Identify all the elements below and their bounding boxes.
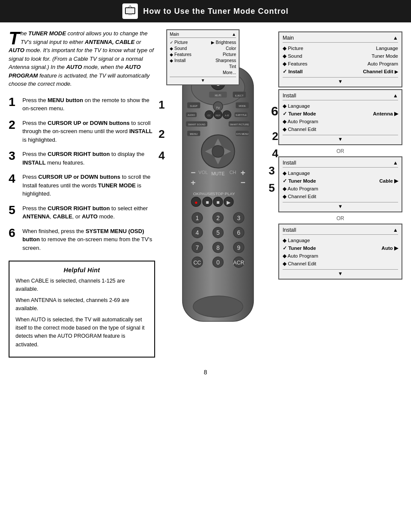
svg-text:6: 6 [237, 230, 240, 236]
step-text-2: Press the CURSOR UP or DOWN buttons to s… [22, 119, 155, 144]
svg-text:■: ■ [206, 199, 209, 205]
svg-point-86 [193, 296, 243, 317]
step-5: 5 Press the CURSOR RIGHT button to selec… [9, 204, 155, 221]
svg-text:−: − [191, 168, 196, 177]
svg-text:2: 2 [216, 215, 220, 221]
svg-text:■: ■ [216, 199, 219, 205]
step-text-6: When finished, press the SYSTEM MENU (OS… [22, 227, 155, 252]
page-header: How to Use the Tuner Mode Control [0, 0, 411, 22]
badge-3: 3 [269, 165, 275, 176]
step-2: 2 Press the CURSOR UP or DOWN buttons to… [9, 119, 155, 144]
svg-text:OK: OK [193, 191, 199, 196]
svg-text:TV: TV [216, 106, 220, 109]
svg-text:SLEEP: SLEEP [190, 105, 198, 107]
menu-screen-install-antenna: Install ▲ ◆ Language ✓ Tuner ModeAntenna… [278, 89, 402, 145]
svg-point-42 [212, 146, 224, 158]
svg-text:●: ● [194, 199, 197, 205]
svg-text:CC: CC [207, 114, 211, 117]
menu-screen-install-auto: Install ▲ ◆ Language ✓ Tuner ModeAuto ▶ … [278, 224, 402, 280]
svg-text:HI-FI: HI-FI [215, 94, 221, 97]
remote-svg: ⏻ HI-FI EJECT SLEEP TV MODE [171, 64, 265, 324]
page-number: 8 [0, 364, 411, 380]
svg-text:SUBTITLE: SUBTITLE [235, 114, 247, 116]
hint-para-3: When AUTO is selected, the TV will autom… [16, 316, 148, 349]
svg-text:AUDIO: AUDIO [187, 114, 195, 116]
step-text-4: Press CURSOR UP or DOWN buttons to scrol… [22, 173, 155, 198]
svg-text:VOL: VOL [199, 170, 208, 175]
step-num-4: 4 [9, 173, 18, 185]
svg-text:3: 3 [237, 215, 240, 221]
hint-title: Helpful Hint [16, 267, 148, 274]
svg-text:PLAY: PLAY [225, 191, 235, 196]
svg-text:SYS MENU: SYS MENU [236, 133, 249, 135]
badge-2b: 2 [272, 131, 278, 142]
svg-text:ACR: ACR [233, 260, 244, 266]
hint-box: Helpful Hint When CABLE is selected, cha… [9, 261, 155, 358]
left-column: T he TUNER MODE control allows you to ch… [9, 29, 155, 358]
main-menu-screen: Main ▲ ✓ Picture▶ Brightness ◆ SoundColo… [166, 29, 240, 85]
svg-text:MUTE: MUTE [211, 171, 224, 176]
svg-rect-0 [125, 8, 135, 14]
step-num-2: 2 [9, 119, 18, 131]
step-text-3: Press the CURSOR RIGHT button to display… [22, 150, 155, 167]
hint-para-2: When ANTENNA is selected, channels 2-69 … [16, 296, 148, 313]
menu-screen-main-install: Main ▲ ◆ PictureLanguage ◆ SoundTuner Mo… [278, 31, 402, 87]
step-num-1: 1 [9, 96, 18, 108]
svg-text:4: 4 [196, 230, 199, 236]
badge-5: 5 [269, 182, 275, 193]
svg-text:5: 5 [216, 230, 220, 236]
svg-text:8: 8 [216, 245, 220, 251]
step-4: 4 Press CURSOR UP or DOWN buttons to scr… [9, 173, 155, 198]
svg-text:REP: REP [215, 114, 221, 117]
steps-list: 1 Press the MENU button on the remote to… [9, 96, 155, 252]
svg-text:7: 7 [196, 245, 199, 251]
step-num-3: 3 [9, 150, 18, 162]
svg-text:−: − [240, 178, 245, 187]
hint-content: When CABLE is selected, channels 1-125 a… [16, 277, 148, 349]
badge-1: 1 [159, 99, 165, 110]
svg-text:STOP: STOP [212, 191, 224, 196]
right-menus: Main ▲ ◆ PictureLanguage ◆ SoundTuner Mo… [278, 29, 402, 358]
header-title: How to Use the Tuner Mode Control [143, 7, 289, 16]
middle-column: Main ▲ ✓ Picture▶ Brightness ◆ SoundColo… [162, 29, 274, 358]
step-text-1: Press the MENU button on the remote to s… [22, 96, 155, 113]
svg-text:9: 9 [237, 245, 240, 251]
remote-control: ⏻ HI-FI EJECT SLEEP TV MODE [171, 64, 265, 324]
svg-text:CH: CH [229, 170, 236, 175]
svg-text:EJECT: EJECT [235, 94, 244, 97]
badge-4a: 4 [159, 150, 165, 161]
svg-text:+: + [240, 168, 245, 177]
intro-text: T he TUNER MODE control allows you to ch… [9, 29, 155, 88]
svg-text:0: 0 [216, 259, 220, 266]
menu-screen-install-cable: Install ▲ ◆ Language ✓ Tuner ModeCable ▶… [278, 156, 402, 212]
svg-text:SMART PICTURE: SMART PICTURE [230, 123, 249, 126]
or-label-2: OR [278, 215, 402, 221]
svg-text:MENU: MENU [190, 132, 198, 135]
svg-text:CC: CC [193, 260, 201, 266]
svg-text:+: + [191, 178, 196, 187]
badge-2a: 2 [159, 128, 165, 140]
svg-text:SMART SOUND: SMART SOUND [188, 123, 205, 126]
badge-6: 6 [271, 105, 278, 118]
center-right-area: Main ▲ ✓ Picture▶ Brightness ◆ SoundColo… [162, 29, 402, 358]
tv-icon [122, 3, 138, 19]
step-text-5: Press the CURSOR RIGHT button to select … [22, 204, 155, 221]
svg-text:A-B: A-B [225, 114, 229, 117]
svg-text:MODE: MODE [239, 105, 246, 107]
or-label-1: OR [278, 148, 402, 154]
svg-text:PAUSE: PAUSE [199, 191, 213, 196]
intro-body: he TUNER MODE control allows you to chan… [9, 30, 154, 87]
step-6: 6 When finished, press the SYSTEM MENU (… [9, 227, 155, 252]
step-num-6: 6 [9, 227, 18, 239]
hint-para-1: When CABLE is selected, channels 1-125 a… [16, 277, 148, 294]
svg-point-2 [130, 6, 131, 7]
step-1: 1 Press the MENU button on the remote to… [9, 96, 155, 113]
step-3: 3 Press the CURSOR RIGHT button to displ… [9, 150, 155, 167]
svg-text:▶: ▶ [227, 199, 231, 205]
svg-rect-1 [128, 14, 132, 15]
step-num-5: 5 [9, 204, 18, 216]
svg-text:1: 1 [196, 215, 199, 221]
drop-cap: T [9, 31, 20, 46]
badge-4b: 4 [272, 148, 278, 159]
